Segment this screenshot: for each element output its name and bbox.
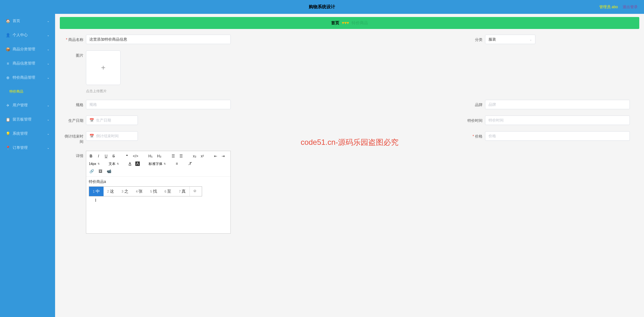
countdown-label: 倒计结束时间 (63, 131, 83, 144)
sidebar-item-system[interactable]: 💡系统管理⌄ (0, 127, 55, 141)
chevron-down-icon: ⌄ (47, 118, 49, 121)
plus-circle-icon: ⊕ (6, 76, 10, 80)
admin-label[interactable]: 管理员 abo (599, 4, 618, 10)
plus-icon: + (101, 63, 105, 72)
special-time-input[interactable] (485, 116, 630, 125)
brand-label: 品牌 (462, 100, 483, 108)
chevron-down-icon: ⌄ (47, 33, 49, 37)
h1-button[interactable]: H₁ (148, 153, 153, 159)
sidebar-item-special[interactable]: ⊕特价商品管理⌄ (0, 71, 55, 85)
sidebar-item-messages[interactable]: 📋留言板管理⌄ (0, 112, 55, 127)
link-button[interactable]: 🔗 (89, 168, 95, 174)
chevron-down-icon: ⌄ (47, 104, 49, 107)
font-size-select[interactable]: 14px⇅ (89, 162, 100, 166)
category-select[interactable]: 服装⌄ (485, 35, 535, 44)
sidebar: 🏠首页⌄ 👤个人中心⌄ 📦商品分类管理⌄ ≡商品信息管理⌄ ⊕特价商品管理⌄ 特… (0, 14, 55, 317)
sidebar-label: 个人中心 (13, 32, 28, 38)
list-icon: ≡ (6, 61, 10, 66)
video-button[interactable]: 📹 (106, 168, 112, 174)
ime-candidate[interactable]: 4张 (132, 187, 147, 196)
category-label: 分类 (462, 35, 483, 42)
ime-candidate[interactable]: 5找 (146, 187, 161, 196)
sidebar-label: 商品分类管理 (13, 47, 35, 52)
ol-button[interactable]: ☰ (171, 153, 176, 159)
sidebar-item-products[interactable]: ≡商品信息管理⌄ (0, 56, 55, 71)
chevron-down-icon: ⌄ (47, 48, 49, 51)
chevron-down-icon: ⌄ (47, 62, 49, 65)
font-family-select[interactable]: 标准字体⇅ (149, 161, 166, 166)
ime-emoji-button[interactable]: ☺ (189, 187, 200, 196)
price-input[interactable] (485, 131, 630, 141)
editor-content[interactable]: 特价商品a 1中 2这 3之 4张 5找 6至 7真 ☺ (86, 177, 230, 233)
clear-format-button[interactable]: T̸ (188, 161, 192, 167)
ime-candidate[interactable]: 7真 (175, 187, 189, 196)
ime-candidates: 1中 2这 3之 4张 5找 6至 7真 ☺ (89, 186, 202, 196)
ime-candidate[interactable]: 3之 (118, 187, 132, 196)
hearts-icon: ♥♥♥ (342, 20, 349, 25)
superscript-button[interactable]: x² (200, 153, 205, 159)
text-cursor-icon: I (95, 198, 228, 203)
sidebar-label: 系统管理 (13, 131, 28, 136)
price-label: *价格 (462, 131, 483, 139)
production-date-label: 生产日期 (63, 116, 83, 123)
spec-label: 规格 (63, 100, 83, 108)
outdent-button[interactable]: ⇥ (221, 153, 225, 159)
chevron-down-icon: ⌄ (47, 132, 49, 135)
image-button[interactable]: 🖼 (98, 168, 103, 174)
product-name-input[interactable] (86, 35, 231, 44)
bg-color-button[interactable]: A (135, 161, 140, 166)
breadcrumb-home[interactable]: 首页 (331, 20, 339, 25)
editor-toolbar: B I U S ❝ </> H₁ H₂ ☰ (86, 151, 230, 177)
text-color-button[interactable]: A (128, 161, 132, 167)
pin-icon: 📍 (6, 146, 10, 150)
h2-button[interactable]: H₂ (156, 153, 162, 159)
chevron-down-icon: ⌄ (529, 38, 532, 41)
calendar-icon: 📅 (89, 134, 94, 138)
sidebar-item-home[interactable]: 🏠首页⌄ (0, 14, 55, 28)
home-icon: 🏠 (6, 19, 10, 23)
breadcrumb: 首页 ♥♥♥ 特价商品 (60, 17, 639, 29)
brand-input[interactable] (485, 100, 630, 109)
code-button[interactable]: </> (132, 153, 139, 159)
image-upload[interactable]: + (86, 50, 121, 85)
sidebar-item-users[interactable]: ✈用户管理⌄ (0, 98, 55, 112)
clipboard-icon: 📋 (6, 117, 10, 122)
sidebar-label: 首页 (13, 18, 20, 24)
format-select[interactable]: 文本⇅ (109, 161, 119, 166)
indent-button[interactable]: ⇤ (213, 153, 218, 159)
quote-button[interactable]: ❝ (125, 153, 129, 159)
sidebar-label: 特价商品 (9, 89, 23, 94)
image-label: 图片 (63, 50, 83, 58)
strike-button[interactable]: S (111, 153, 116, 159)
ime-candidate[interactable]: 2这 (104, 187, 118, 196)
spec-input[interactable] (86, 100, 231, 109)
bold-button[interactable]: B (89, 153, 93, 159)
sidebar-label: 留言板管理 (13, 117, 31, 122)
special-time-label: 特价时间 (462, 116, 483, 123)
ul-button[interactable]: ☰ (179, 153, 184, 159)
sidebar-item-profile[interactable]: 👤个人中心⌄ (0, 28, 55, 42)
production-date-input[interactable]: 📅生产日期 (86, 116, 138, 125)
detail-label: 详情 (63, 151, 83, 159)
upload-hint: 点击上传图片 (86, 89, 121, 93)
italic-button[interactable]: I (96, 153, 101, 159)
calendar-icon: 📅 (89, 118, 94, 122)
align-button[interactable]: ≡ (175, 161, 179, 167)
ime-candidate[interactable]: 1中 (89, 187, 104, 196)
rich-text-editor: B I U S ❝ </> H₁ H₂ ☰ (86, 151, 231, 234)
logout-link[interactable]: 退出登录 (623, 4, 638, 10)
countdown-input[interactable]: 📅倒计结束时间 (86, 131, 138, 141)
main-content: 首页 ♥♥♥ 特价商品 *商品名称 分类 服装⌄ 图片 + (55, 14, 644, 317)
chevron-down-icon: ⌄ (47, 146, 49, 150)
ime-candidate[interactable]: 6至 (161, 187, 175, 196)
sidebar-label: 订单管理 (13, 145, 28, 150)
box-icon: 📦 (6, 47, 10, 52)
underline-button[interactable]: U (104, 153, 108, 159)
sidebar-item-category[interactable]: 📦商品分类管理⌄ (0, 42, 55, 56)
plane-icon: ✈ (6, 103, 10, 108)
subscript-button[interactable]: x₂ (192, 153, 197, 159)
breadcrumb-current: 特价商品 (352, 20, 368, 25)
sidebar-item-orders[interactable]: 📍订单管理⌄ (0, 141, 55, 155)
chevron-down-icon: ⌄ (47, 76, 49, 79)
sidebar-item-special-product[interactable]: 特价商品 (0, 85, 55, 98)
